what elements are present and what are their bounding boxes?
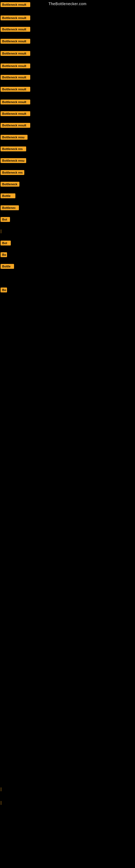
- bottleneck-badge-5: Bottleneck result: [1, 51, 30, 56]
- bottleneck-badge-row-4: Bottleneck result: [1, 39, 30, 45]
- bottleneck-badge-row-11: Bottleneck result: [1, 123, 30, 129]
- bottleneck-badge-row-17: Bottle: [1, 193, 15, 199]
- bottleneck-badge-row-16: Bottleneck: [1, 182, 19, 188]
- bottleneck-badge-25: Bo: [1, 287, 7, 292]
- bottleneck-badge-1: Bottleneck result: [1, 2, 30, 7]
- bottleneck-badge-11: Bottleneck result: [1, 123, 30, 128]
- bottleneck-badge-row-15: Bottleneck res: [1, 170, 24, 176]
- bottleneck-badge-19: Bot: [1, 217, 10, 222]
- bottleneck-badge-row-7: Bottleneck result: [1, 75, 30, 81]
- bottleneck-badge-row-1: Bottleneck result: [1, 2, 30, 8]
- bottleneck-badge-row-6: Bottleneck result: [1, 63, 30, 69]
- bottleneck-badge-row-27: |: [1, 800, 2, 805]
- bottleneck-badge-row-21: Bot: [1, 241, 11, 247]
- bottleneck-badge-16: Bottleneck: [1, 182, 19, 187]
- bottleneck-badge-row-9: Bottleneck result: [1, 99, 30, 105]
- bottleneck-badge-17: Bottle: [1, 193, 15, 198]
- bottleneck-badge-7: Bottleneck result: [1, 75, 30, 80]
- bottleneck-badge-row-19: Bot: [1, 217, 10, 223]
- bottleneck-badge-row-5: Bottleneck result: [1, 51, 30, 57]
- bottleneck-badge-row-2: Bottleneck result: [1, 16, 30, 22]
- indicator-27: |: [1, 801, 2, 805]
- bottleneck-badge-row-18: Bottlenec: [1, 205, 19, 211]
- bottleneck-badge-row-12: Bottleneck resu: [1, 135, 28, 141]
- bottleneck-badge-3: Bottleneck result: [1, 27, 30, 32]
- bottleneck-badge-row-25: Bo: [1, 287, 7, 293]
- indicator-20: |: [1, 229, 2, 233]
- bottleneck-badge-6: Bottleneck result: [1, 63, 30, 68]
- bottleneck-badge-row-13: Bottleneck res: [1, 147, 26, 152]
- bottleneck-badge-10: Bottleneck result: [1, 111, 30, 116]
- bottleneck-badge-4: Bottleneck result: [1, 39, 30, 44]
- bottleneck-badge-row-20: |: [1, 229, 2, 234]
- bottleneck-badge-row-10: Bottleneck result: [1, 111, 30, 117]
- bottleneck-badge-14: Bottleneck resu: [1, 158, 26, 163]
- bottleneck-badge-row-14: Bottleneck resu: [1, 158, 26, 164]
- bottleneck-badge-2: Bottleneck result: [1, 16, 30, 20]
- bottleneck-badge-row-23: Bottle: [1, 264, 14, 270]
- bottleneck-badge-18: Bottlenec: [1, 205, 19, 210]
- bottleneck-badge-23: Bottle: [1, 264, 14, 269]
- bottleneck-badge-row-3: Bottleneck result: [1, 27, 30, 33]
- indicator-26: |: [1, 787, 2, 791]
- bottleneck-badge-13: Bottleneck res: [1, 147, 26, 151]
- bottleneck-badge-21: Bot: [1, 241, 11, 246]
- bottleneck-badge-row-26: |: [1, 786, 2, 792]
- bottleneck-badge-12: Bottleneck resu: [1, 135, 28, 140]
- bottleneck-badge-15: Bottleneck res: [1, 170, 24, 175]
- bottleneck-badge-row-8: Bottleneck result: [1, 87, 30, 93]
- bottleneck-badge-8: Bottleneck result: [1, 87, 30, 92]
- bottleneck-badge-row-22: Bo: [1, 252, 7, 258]
- bottleneck-badge-9: Bottleneck result: [1, 99, 30, 104]
- bottleneck-badge-22: Bo: [1, 252, 7, 257]
